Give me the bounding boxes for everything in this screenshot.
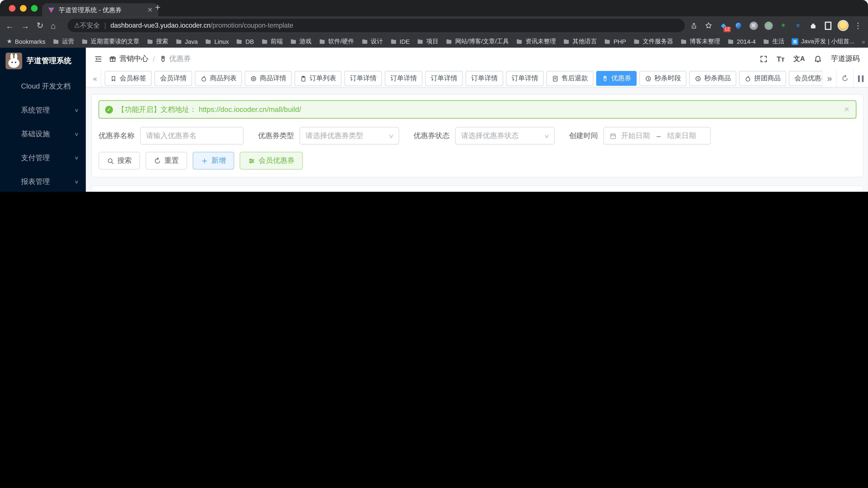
bookmark-folder[interactable]: 运营 bbox=[53, 37, 74, 46]
not-secure-label: 不安全 bbox=[80, 21, 100, 30]
page-tab-优惠券[interactable]: 优惠券 bbox=[596, 71, 637, 86]
extension-icon-star[interactable]: ✶ bbox=[779, 21, 788, 30]
coupon-status-select[interactable]: 请选择优惠券状态∨ bbox=[455, 127, 555, 145]
extension-icon-pin[interactable] bbox=[734, 21, 743, 30]
back-icon[interactable]: ← bbox=[5, 21, 14, 30]
bookmark-folder[interactable]: 博客未整理 bbox=[680, 37, 720, 46]
page-tab-订单详情[interactable]: 订单详情 bbox=[385, 71, 423, 86]
breadcrumb-promotion[interactable]: 营销中心 bbox=[120, 54, 148, 64]
page-tab-会员详情[interactable]: 会员详情 bbox=[155, 71, 192, 86]
extensions-puzzle-icon[interactable] bbox=[809, 21, 818, 30]
page-content: ✓ 【功能开启】文档地址： https://doc.iocoder.cn/mal… bbox=[86, 87, 868, 192]
extension-icon-chevrons[interactable]: » bbox=[794, 21, 803, 30]
tabs-refresh-icon[interactable] bbox=[836, 70, 853, 87]
window-controls[interactable] bbox=[9, 5, 38, 12]
extension-icon-diamond[interactable]: ◆12 bbox=[719, 21, 728, 30]
member-coupon-button[interactable]: 会员优惠券 bbox=[240, 152, 303, 170]
tabs-layout-icon[interactable] bbox=[853, 70, 868, 87]
minimize-window-button[interactable] bbox=[20, 5, 27, 12]
sidebar-item-系统管理[interactable]: 系统管理∨ bbox=[0, 98, 86, 122]
font-size-icon[interactable]: Tᴛ bbox=[777, 55, 784, 63]
bookmark-folder[interactable]: 文件服务器 bbox=[633, 37, 673, 46]
profile-avatar[interactable] bbox=[839, 21, 847, 30]
reset-button[interactable]: 重置 bbox=[146, 152, 187, 170]
collapse-menu-icon[interactable] bbox=[94, 55, 102, 63]
bookmark-folder[interactable]: 资讯未整理 bbox=[516, 37, 556, 46]
locale-icon[interactable]: 文A bbox=[794, 54, 805, 63]
tabs-scroll-left-icon[interactable]: « bbox=[89, 70, 101, 87]
zoom-window-button[interactable] bbox=[31, 5, 38, 12]
page-tab-秒杀时段[interactable]: 秒杀时段 bbox=[640, 71, 686, 86]
fullscreen-icon[interactable] bbox=[760, 55, 768, 63]
page-tab-秒杀商品[interactable]: 秒杀商品 bbox=[689, 71, 736, 86]
page-tab-会员优惠券[interactable]: 会员优惠券 bbox=[789, 71, 822, 86]
sidebar-item-支付管理[interactable]: 支付管理∨ bbox=[0, 146, 86, 170]
page-tab-订单列表[interactable]: 订单列表 bbox=[294, 71, 342, 86]
bookmarks-overflow-icon[interactable]: » bbox=[862, 38, 865, 45]
bookmark-folder[interactable]: 设计 bbox=[361, 37, 383, 46]
bookmark-folder[interactable]: Java bbox=[176, 37, 198, 46]
coupon-type-select[interactable]: 请选择优惠券类型∨ bbox=[300, 127, 399, 145]
extension-icon-command[interactable]: ⌘ bbox=[749, 21, 758, 30]
page-tab-订单详情[interactable]: 订单详情 bbox=[506, 71, 544, 86]
page-tab-订单详情[interactable]: 订单详情 bbox=[344, 71, 382, 86]
page-tab-商品详情[interactable]: 商品详情 bbox=[245, 71, 292, 86]
notice-link[interactable]: https://doc.iocoder.cn/mall/build/ bbox=[199, 105, 301, 114]
search-button[interactable]: 搜索 bbox=[98, 152, 140, 170]
bookmark-folder[interactable]: Linux bbox=[205, 37, 229, 46]
browser-tab[interactable]: 芋道管理系统 - 优惠券 ✕ bbox=[42, 3, 158, 17]
table-header: 优惠券名称优惠券类型优惠金额 / 折扣发放数量剩余数量领取上限有效期限状态创建时… bbox=[97, 189, 858, 192]
target-icon bbox=[250, 75, 257, 82]
bookmark-folder[interactable]: 网站/博客/文章/工具 bbox=[446, 37, 509, 46]
share-icon[interactable] bbox=[689, 21, 698, 30]
notice-close-icon[interactable]: ✕ bbox=[844, 105, 850, 114]
bookmark-folder[interactable]: 生活 bbox=[763, 37, 784, 46]
chevron-down-icon: ∨ bbox=[388, 133, 394, 139]
apple-icon bbox=[200, 75, 207, 82]
bookmark-folder[interactable]: 近期需要读的文章 bbox=[81, 37, 140, 46]
bookmark-site[interactable]: BJava开发 | 小组首... bbox=[792, 37, 855, 46]
new-tab-button[interactable]: + bbox=[155, 2, 160, 13]
tabs-scroll-right-icon[interactable]: » bbox=[822, 70, 836, 87]
reload-icon[interactable]: ↻ bbox=[36, 21, 43, 30]
browser-tabbar: 芋道管理系统 - 优惠券 ✕ + bbox=[0, 0, 868, 17]
bookmarks-root[interactable]: ★Bookmarks bbox=[7, 38, 45, 45]
page-tab-订单详情[interactable]: 订单详情 bbox=[466, 71, 503, 86]
sidebar-item-Cloud 开发文档[interactable]: Cloud 开发文档 bbox=[0, 74, 86, 98]
page-tab-拼团商品[interactable]: 拼团商品 bbox=[739, 71, 786, 86]
page-tab-商品列表[interactable]: 商品列表 bbox=[195, 71, 242, 86]
bookmark-folder[interactable]: 项目 bbox=[417, 37, 438, 46]
page-tab-订单详情[interactable]: 订单详情 bbox=[425, 71, 463, 86]
feature-notice: ✓ 【功能开启】文档地址： https://doc.iocoder.cn/mal… bbox=[98, 101, 856, 119]
app-logo[interactable]: 芋道管理系统 bbox=[0, 48, 86, 74]
site-b-icon: B bbox=[792, 38, 799, 45]
bookmark-folder[interactable]: 软件/硬件 bbox=[319, 37, 354, 46]
forward-icon[interactable]: → bbox=[21, 21, 29, 30]
side-panel-icon[interactable] bbox=[824, 21, 833, 30]
bookmark-folder[interactable]: 游戏 bbox=[290, 37, 311, 46]
page-tab-会员标签[interactable]: 会员标签 bbox=[105, 71, 152, 86]
calendar-icon bbox=[610, 132, 617, 139]
sidebar-item-基础设施[interactable]: 基础设施∨ bbox=[0, 122, 86, 146]
bookmark-folder[interactable]: 其他语言 bbox=[563, 37, 597, 46]
bookmark-folder[interactable]: 搜索 bbox=[147, 37, 168, 46]
address-bar[interactable]: ⚠ 不安全 | dashboard-vue3.yudao.iocoder.cn/… bbox=[67, 19, 685, 32]
create-time-range-picker[interactable]: 开始日期 – 结束日期 bbox=[603, 127, 711, 145]
close-tab-icon[interactable]: ✕ bbox=[147, 6, 153, 14]
browser-menu-icon[interactable]: ⋮ bbox=[854, 21, 863, 30]
bookmark-folder[interactable]: DB bbox=[236, 37, 254, 46]
bookmark-folder[interactable]: IDE bbox=[390, 37, 410, 46]
extension-icon-record[interactable] bbox=[764, 21, 773, 30]
coupon-name-input[interactable]: 请输入优惠券名 bbox=[140, 127, 244, 145]
bookmark-folder[interactable]: 前端 bbox=[261, 37, 283, 46]
home-icon[interactable]: ⌂ bbox=[51, 21, 56, 30]
add-button[interactable]: 新增 bbox=[193, 152, 234, 170]
username[interactable]: 芋道源码 bbox=[831, 54, 860, 64]
sidebar-item-报表管理[interactable]: 报表管理∨ bbox=[0, 170, 86, 192]
bookmark-folder[interactable]: 2014-4 bbox=[727, 37, 756, 46]
bookmark-folder[interactable]: PHP bbox=[604, 37, 626, 46]
close-window-button[interactable] bbox=[9, 5, 16, 12]
notification-bell-icon[interactable] bbox=[814, 55, 822, 63]
bookmark-star-icon[interactable] bbox=[704, 21, 713, 30]
page-tab-售后退款[interactable]: 售后退款 bbox=[547, 71, 593, 86]
